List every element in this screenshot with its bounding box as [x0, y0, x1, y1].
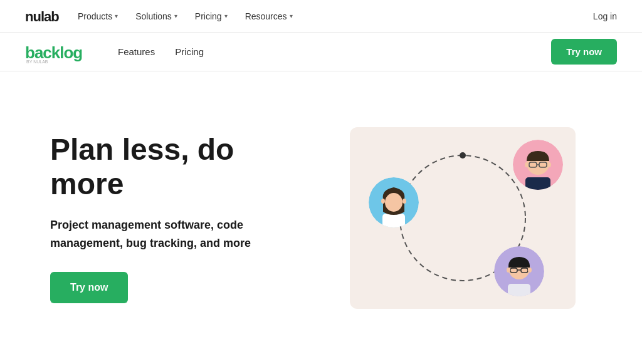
svg-rect-20	[508, 284, 530, 296]
top-nav: nulab Products ▾ Solutions ▾ Pricing ▾ R…	[0, 0, 642, 33]
svg-rect-14	[382, 214, 405, 227]
sub-nav-features[interactable]: Features	[118, 44, 155, 60]
hero-cta-button[interactable]: Try now	[50, 272, 128, 303]
svg-point-26	[528, 268, 532, 273]
svg-point-12	[547, 162, 551, 167]
hero-content: Plan less, do more Project management so…	[50, 132, 308, 304]
avatar-person-3	[494, 246, 544, 296]
sub-nav: backlog BY NULAB Features Pricing Try no…	[0, 33, 642, 71]
svg-point-25	[507, 268, 510, 273]
hero-title: Plan less, do more	[50, 132, 308, 201]
nulab-logo[interactable]: nulab	[25, 8, 70, 25]
svg-point-17	[381, 199, 385, 204]
hero-section: Plan less, do more Project management so…	[0, 71, 642, 364]
svg-text:BY NULAB: BY NULAB	[26, 60, 48, 64]
hero-illustration	[308, 127, 592, 309]
svg-point-16	[385, 193, 403, 212]
illustration-container	[350, 127, 576, 309]
nav-item-products[interactable]: Products ▾	[70, 8, 125, 25]
svg-point-4	[460, 152, 466, 159]
chevron-down-icon: ▾	[174, 13, 177, 19]
nav-item-solutions[interactable]: Solutions ▾	[128, 8, 185, 25]
hero-description: Project management software, code manage…	[50, 216, 308, 252]
nav-item-pricing[interactable]: Pricing ▾	[187, 8, 235, 25]
sub-nav-pricing[interactable]: Pricing	[175, 44, 204, 60]
sub-nav-try-now-button[interactable]: Try now	[551, 39, 617, 65]
chevron-down-icon: ▾	[224, 13, 228, 19]
chevron-down-icon: ▾	[115, 13, 118, 19]
login-button[interactable]: Log in	[593, 11, 617, 21]
avatar-person-2	[369, 177, 419, 227]
nav-item-resources[interactable]: Resources ▾	[238, 8, 300, 25]
svg-text:nulab: nulab	[25, 9, 59, 24]
svg-rect-6	[525, 177, 550, 190]
chevron-down-icon: ▾	[290, 13, 293, 19]
svg-point-18	[403, 199, 406, 204]
avatar-person-1	[513, 140, 563, 190]
svg-point-11	[525, 162, 529, 167]
top-nav-links: Products ▾ Solutions ▾ Pricing ▾ Resourc…	[70, 8, 593, 25]
backlog-logo[interactable]: backlog BY NULAB	[25, 39, 88, 65]
sub-nav-links: Features Pricing	[118, 44, 551, 60]
